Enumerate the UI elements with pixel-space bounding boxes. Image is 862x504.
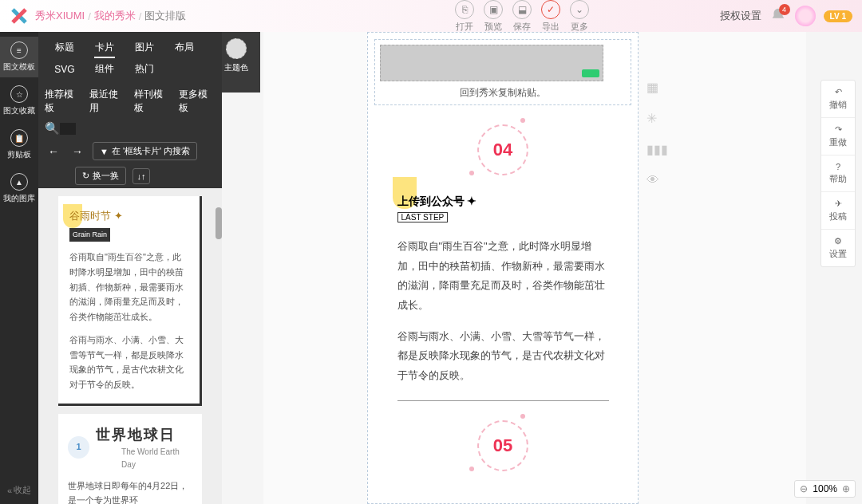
left-rail: ≡图文模板 ☆图文收藏 📋剪贴板 ▲我的图库 « 收起 <box>0 32 38 504</box>
clipboard-icon: 📋 <box>10 129 28 147</box>
section-subtitle: LAST STEP <box>397 212 449 222</box>
sub-recommend[interactable]: 推荐模板 <box>45 88 81 115</box>
filter-icon: ▼ <box>100 147 109 156</box>
sub-sample[interactable]: 样刊模板 <box>134 88 171 115</box>
card-title: 世界地球日 <box>96 427 176 443</box>
help-button[interactable]: ?帮助 <box>821 156 855 192</box>
rail-gallery[interactable]: ▲我的图库 <box>0 168 38 209</box>
image-icon: ▲ <box>10 173 28 191</box>
template-card[interactable]: 谷雨时节 ✦ Grain Rain 谷雨取自"雨生百谷"之意，此时降水明显增加，… <box>58 196 202 406</box>
eye-icon[interactable]: 👁 <box>646 173 668 187</box>
refresh-icon: ↻ <box>82 171 89 181</box>
theme-color[interactable]: 主题色 <box>217 38 255 73</box>
image-placeholder[interactable] <box>380 45 603 81</box>
send-icon: ✈ <box>835 199 842 209</box>
auth-settings-link[interactable]: 授权设置 <box>720 9 761 23</box>
card-subtitle: Grain Rain <box>69 228 110 242</box>
grid-icon[interactable]: ▦ <box>646 80 668 95</box>
sub-more[interactable]: 更多模板 <box>179 88 216 115</box>
logo-icon <box>10 6 29 26</box>
search-icon[interactable]: 🔍 <box>45 121 60 135</box>
tab-svg[interactable]: SVG <box>45 60 85 79</box>
zoom-value: 100% <box>813 483 837 494</box>
card-title: 谷雨时节 ✦ <box>69 210 123 222</box>
tab-layout[interactable]: 布局 <box>164 37 204 58</box>
breadcrumb: 秀米XIUMI / 我的秀米 / 图文排版 <box>35 9 186 23</box>
card-para: 谷雨取自"雨生百谷"之意，此时降水明显增加，田中的秧苗初插、作物新种，最需要雨水… <box>69 250 188 324</box>
rail-clipboard[interactable]: 📋剪贴板 <box>0 124 38 165</box>
settings-button[interactable]: ⚙设置 <box>821 230 855 266</box>
template-panel: 标题 卡片 图片 布局 SVG 组件 热门 主题色 推荐模板 最近使用 样刊模板… <box>38 32 222 504</box>
right-toolbar: ↶撤销 ↷重做 ?帮助 ✈投稿 ⚙设置 <box>820 80 856 267</box>
section-number: 05 <box>473 415 533 476</box>
document[interactable]: 回到秀米复制粘贴。 04 上传到公众号 ✦ LAST STEP 谷雨取自"雨生百… <box>367 32 639 504</box>
sort-button[interactable]: ↓↑ <box>132 168 150 184</box>
save-icon: ⬓ <box>512 0 532 19</box>
section-number: 04 <box>473 120 533 180</box>
text-block[interactable]: 谷雨取自"雨生百谷"之意，此时降水明显增加，田中的秧苗初插、作物新种，最需要雨水… <box>397 237 609 401</box>
preview-icon: ▣ <box>484 0 503 19</box>
chart-icon[interactable]: ▮▮▮ <box>646 142 668 157</box>
template-subnav: 推荐模板 最近使用 样刊模板 更多模板 <box>38 85 222 118</box>
card-subtitle: The World Earth Day <box>121 446 192 471</box>
tab-card[interactable]: 卡片 <box>85 37 125 58</box>
rail-favorites[interactable]: ☆图文收藏 <box>0 81 38 121</box>
rail-templates[interactable]: ≡图文模板 <box>0 37 38 77</box>
undo-button[interactable]: ↶撤销 <box>821 81 855 118</box>
avatar[interactable] <box>795 6 816 26</box>
breadcrumb-page: 图文排版 <box>144 9 186 23</box>
tab-hot[interactable]: 热门 <box>125 58 164 80</box>
search-input[interactable] <box>60 123 76 135</box>
caption: 回到秀米复制粘贴。 <box>380 86 626 100</box>
breadcrumb-mine[interactable]: 我的秀米 <box>94 9 136 23</box>
section-title: 上传到公众号 ✦ LAST STEP <box>397 195 609 222</box>
spark-icon[interactable]: ✳ <box>646 111 668 126</box>
breadcrumb-root[interactable]: 秀米XIUMI <box>35 9 85 23</box>
preview-button[interactable]: ▣预览 <box>484 0 503 33</box>
editor-canvas: 回到秀米复制粘贴。 04 上传到公众号 ✦ LAST STEP 谷雨取自"雨生百… <box>263 32 806 504</box>
template-list: 谷雨时节 ✦ Grain Rain 谷雨取自"雨生百谷"之意，此时降水明显增加，… <box>38 188 222 504</box>
redo-icon: ↷ <box>835 124 842 135</box>
submit-button[interactable]: ✈投稿 <box>821 192 855 230</box>
top-actions: ⎘打开 ▣预览 ⬓保存 ✓导出 ⌄更多 <box>455 0 589 33</box>
scrollbar[interactable] <box>216 207 222 239</box>
check-icon: ✓ <box>541 0 560 19</box>
zoom-out-button[interactable]: ⊖ <box>800 483 808 494</box>
bell-icon[interactable]: 4 <box>769 7 787 25</box>
lines-icon: ≡ <box>10 41 28 59</box>
gear-icon: ⚙ <box>834 236 842 246</box>
theme-circle-icon <box>226 38 247 59</box>
notif-badge: 4 <box>779 4 790 15</box>
undo-icon: ↶ <box>835 87 842 97</box>
more-button[interactable]: ⌄更多 <box>570 0 589 33</box>
zoom-control: ⊖ 100% ⊕ <box>794 480 856 498</box>
star-icon: ☆ <box>10 85 28 103</box>
open-button[interactable]: ⎘打开 <box>455 0 474 33</box>
chevron-down-icon: ⌄ <box>570 0 589 19</box>
save-button[interactable]: ⬓保存 <box>512 0 532 33</box>
template-tabs: 标题 卡片 图片 布局 SVG 组件 热门 <box>38 32 222 85</box>
tab-image[interactable]: 图片 <box>125 37 164 58</box>
topbar: 秀米XIUMI / 我的秀米 / 图文排版 ⎘打开 ▣预览 ⬓保存 ✓导出 ⌄更… <box>0 0 862 32</box>
next-button[interactable]: → <box>69 143 86 160</box>
tab-component[interactable]: 组件 <box>85 58 125 80</box>
redo-button[interactable]: ↷重做 <box>821 118 855 156</box>
card-para: 世界地球日即每年的4月22日，是一个专为世界环 <box>68 479 192 504</box>
shuffle-button[interactable]: ↻换一换 <box>75 167 126 185</box>
prev-button[interactable]: ← <box>45 143 62 160</box>
card-para: 谷雨与雨水、小满、小雪、大雪等节气一样，都是反映降水现象的节气，是古代农耕文化对… <box>69 333 188 392</box>
search-scope-pill[interactable]: ▼在 '框线卡片' 内搜索 <box>93 142 197 160</box>
rail-collapse[interactable]: « 收起 <box>7 484 31 496</box>
help-icon: ? <box>836 162 840 171</box>
level-badge: LV 1 <box>824 10 852 22</box>
collapse-icon: « <box>7 486 12 495</box>
sub-recent[interactable]: 最近使用 <box>89 88 126 115</box>
folder-icon: ⎘ <box>455 0 474 19</box>
template-card[interactable]: 1 世界地球日 The World Earth Day 世界地球日即每年的4月2… <box>58 414 202 504</box>
card-number: 1 <box>68 436 89 459</box>
export-button[interactable]: ✓导出 <box>541 0 560 33</box>
zoom-in-button[interactable]: ⊕ <box>842 483 850 494</box>
tab-title[interactable]: 标题 <box>45 37 85 58</box>
doc-tool-rail: ▦ ✳ ▮▮▮ 👁 <box>646 80 668 187</box>
